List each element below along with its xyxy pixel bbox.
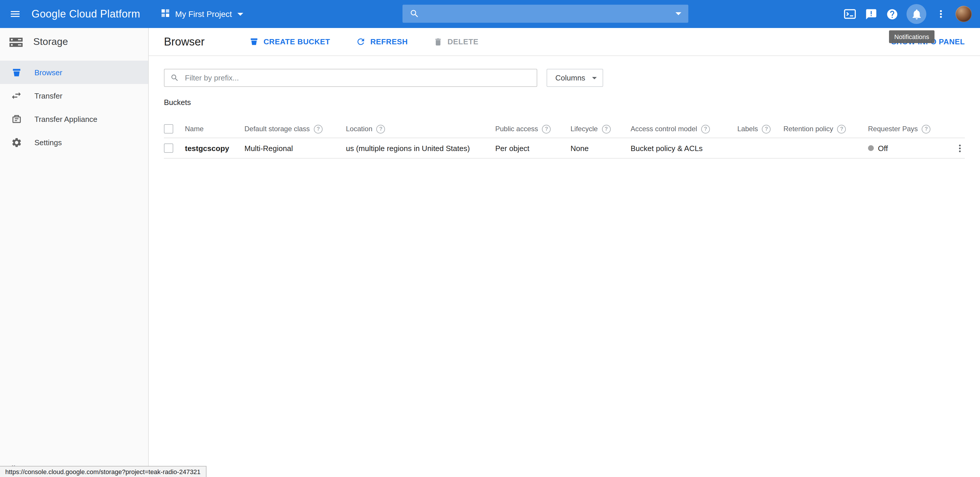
refresh-icon — [356, 37, 366, 47]
project-selector[interactable]: My First Project — [161, 9, 243, 19]
sidebar-item-transfer[interactable]: Transfer — [0, 84, 148, 107]
storage-class-cell: Multi-Regional — [244, 144, 346, 153]
sidebar-item-label: Settings — [34, 138, 62, 147]
page-header: Browser CREATE BUCKET REFRESH — [149, 28, 980, 56]
column-header-storage-class: Default storage class — [244, 124, 346, 133]
project-name: My First Project — [175, 10, 232, 19]
column-header-access-control: Access control model — [631, 124, 737, 133]
sidebar-item-label: Browser — [34, 68, 62, 77]
search-scope-caret-icon[interactable] — [676, 12, 681, 15]
help-icon[interactable] — [886, 8, 898, 21]
content-area: Columns Buckets Name Default storage cla… — [149, 56, 980, 172]
lifecycle-cell: None — [571, 144, 631, 153]
product-name[interactable]: Google Cloud Platform — [32, 8, 140, 20]
status-url: https://console.cloud.google.com/storage… — [0, 466, 207, 477]
public-access-cell: Per object — [495, 144, 571, 153]
header-search[interactable] — [402, 5, 688, 23]
notifications-tooltip: Notifications — [889, 30, 934, 43]
help-icon[interactable] — [602, 124, 611, 133]
table-row[interactable]: testgcscopy Multi-Regional us (multiple … — [164, 138, 965, 159]
help-icon[interactable] — [542, 124, 551, 133]
help-icon[interactable] — [377, 124, 385, 133]
row-actions-kebab-icon[interactable] — [957, 143, 963, 154]
search-icon — [409, 9, 419, 19]
buckets-table: Name Default storage class Location Publ… — [164, 120, 965, 159]
chevron-down-icon — [592, 77, 597, 79]
sidebar-item-label: Transfer — [34, 91, 62, 100]
sidebar: Storage Browser Transfer Transfer Applia… — [0, 28, 149, 477]
header-search-input[interactable] — [425, 8, 670, 19]
sidebar-item-settings[interactable]: Settings — [0, 130, 148, 154]
row-checkbox-cell — [164, 143, 185, 153]
row-checkbox[interactable] — [164, 143, 173, 153]
main-content: Browser CREATE BUCKET REFRESH — [149, 28, 980, 477]
bucket-add-icon — [249, 37, 259, 47]
access-control-cell: Bucket policy & ACLs — [631, 144, 737, 153]
menu-icon[interactable] — [8, 7, 22, 21]
filter-box — [164, 69, 537, 87]
column-header-public-access: Public access — [495, 124, 571, 133]
sidebar-header: Storage — [0, 28, 148, 56]
location-cell: us (multiple regions in United States) — [346, 144, 495, 153]
header-actions — [843, 4, 972, 24]
column-header-location: Location — [346, 124, 495, 133]
bucket-icon — [10, 66, 23, 79]
help-icon[interactable] — [837, 124, 846, 133]
buckets-section-label: Buckets — [164, 98, 965, 107]
storage-product-icon — [8, 34, 24, 50]
account-avatar[interactable] — [956, 6, 972, 22]
row-actions-cell — [939, 143, 965, 154]
feedback-icon[interactable] — [864, 8, 877, 21]
column-header-name: Name — [185, 125, 244, 133]
sidebar-item-label: Transfer Appliance — [34, 114, 97, 123]
select-all-cell — [164, 124, 185, 134]
appliance-box-icon — [10, 113, 23, 126]
section-title: Storage — [33, 36, 68, 48]
chevron-down-icon — [237, 13, 243, 16]
delete-button[interactable]: DELETE — [433, 37, 478, 46]
sidebar-item-browser[interactable]: Browser — [0, 60, 148, 84]
sidebar-item-transfer-appliance[interactable]: Transfer Appliance — [0, 107, 148, 130]
column-header-lifecycle: Lifecycle — [571, 124, 631, 133]
notifications-button-halo — [907, 4, 926, 24]
requester-pays-cell: Off — [868, 144, 939, 153]
bucket-name-cell: testgcscopy — [185, 144, 244, 153]
page-title: Browser — [164, 35, 204, 48]
swap-arrows-icon — [10, 89, 23, 102]
sidebar-nav: Browser Transfer Transfer Appliance Sett… — [0, 60, 148, 154]
notifications-bell-icon[interactable] — [910, 8, 923, 21]
bucket-name-link[interactable]: testgcscopy — [185, 144, 229, 153]
cloud-shell-icon[interactable] — [843, 8, 856, 21]
column-header-labels: Labels — [737, 124, 783, 133]
project-icon — [161, 9, 170, 19]
trash-icon — [433, 37, 443, 46]
more-options-icon[interactable] — [934, 8, 947, 21]
filter-row: Columns — [164, 69, 965, 87]
help-icon[interactable] — [314, 124, 323, 133]
page-actions: CREATE BUCKET REFRESH DELETE — [249, 37, 478, 47]
filter-by-prefix-input[interactable] — [184, 73, 531, 83]
settings-gear-icon — [10, 136, 23, 149]
help-icon[interactable] — [922, 124, 931, 133]
help-icon[interactable] — [762, 124, 771, 133]
column-header-requester-pays: Requester Pays — [868, 124, 939, 133]
help-icon[interactable] — [701, 124, 710, 133]
select-all-checkbox[interactable] — [164, 124, 173, 134]
requester-pays-off-dot-icon — [868, 145, 874, 151]
top-app-bar: Google Cloud Platform My First Project — [0, 0, 980, 28]
table-header-row: Name Default storage class Location Publ… — [164, 120, 965, 138]
filter-search-icon — [170, 73, 179, 82]
column-header-retention-policy: Retention policy — [783, 124, 868, 133]
gcp-console: Google Cloud Platform My First Project — [0, 0, 980, 477]
columns-dropdown[interactable]: Columns — [547, 69, 603, 87]
refresh-button[interactable]: REFRESH — [356, 37, 408, 47]
create-bucket-button[interactable]: CREATE BUCKET — [249, 37, 330, 47]
